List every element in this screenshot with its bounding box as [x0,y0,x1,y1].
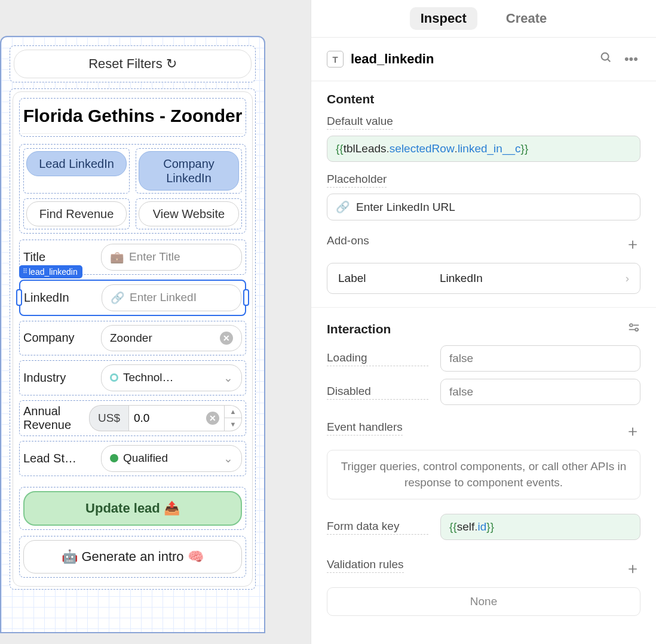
chevron-down-icon: ⌄ [223,371,233,385]
inspector-panel: Inspect Create T lead_linkedin ••• Conte… [311,0,656,644]
canvas-frame[interactable]: Reset Filters ↻ Florida Gethins - Zoonde… [0,36,265,633]
stepper-down-icon[interactable]: ▼ [225,418,241,431]
row-lead-status-label: Lead St… [23,452,95,465]
lead-card-wrap: Florida Gethins - Zoonder Lead LinkedIn … [10,88,256,590]
section-interaction-header: Interaction [327,322,391,336]
resize-handle-right[interactable] [243,289,249,306]
search-icon[interactable] [597,48,615,70]
svg-point-0 [602,53,609,60]
lead-status-select[interactable]: Qualified ⌄ [101,445,242,472]
svg-line-1 [608,59,610,62]
button-grid: Lead LinkedIn Company LinkedIn Find Reve… [19,144,246,234]
svg-point-2 [630,324,633,327]
text-input-type-icon: T [327,51,344,68]
row-industry[interactable]: Industry Technol… ⌄ [19,360,246,395]
row-company-label: Company [23,331,95,345]
lead-card: Florida Gethins - Zoonder Lead LinkedIn … [13,91,253,587]
industry-value: Technol… [123,371,174,384]
view-website-button[interactable]: View Website [139,201,239,226]
event-handlers-hint: Trigger queries, control components, or … [327,450,640,499]
disabled-input[interactable]: false [440,379,640,405]
inspector-tabs: Inspect Create [311,0,656,38]
row-lead-status[interactable]: Lead St… Qualified ⌄ [19,441,246,476]
drag-grip-icon: ⠿ [23,268,26,275]
form-data-key-input[interactable]: {{ self.id }} [440,514,640,540]
settings-icon[interactable] [627,321,640,337]
inspector-header: T lead_linkedin ••• [311,38,656,81]
find-revenue-button[interactable]: Find Revenue [26,201,127,226]
selection-tag-label: lead_linkedin [29,267,78,277]
default-value-input[interactable]: {{tblLeads.selectedRow.linked_in__c}} [327,136,640,162]
stepper-up-icon[interactable]: ▲ [225,406,241,419]
generate-intro-button[interactable]: 🤖 Generate an intro 🧠 [23,540,242,574]
loading-input[interactable]: false [440,345,640,372]
chevron-down-icon: ⌄ [223,452,233,465]
tab-inspect[interactable]: Inspect [410,7,477,30]
tab-create[interactable]: Create [495,7,557,30]
company-value: Zoonder [110,332,152,345]
svg-point-5 [635,328,638,331]
linkedin-input[interactable]: 🔗 Enter LinkedI [102,284,241,311]
industry-select[interactable]: Technol… ⌄ [101,364,242,391]
placeholder-label: Placeholder [327,173,387,188]
update-lead-button[interactable]: Update lead 📤 [23,491,242,526]
form-data-key-label: Form data key [327,520,428,535]
lead-status-value: Qualified [123,452,168,465]
loading-label: Loading [327,351,428,366]
validation-rules-label: Validation rules [327,558,404,573]
addons-label: Add-ons [327,234,369,249]
section-interaction: Interaction Loading false Disabled false… [311,310,656,627]
link-icon: 🔗 [111,291,125,305]
row-company[interactable]: Company Zoonder ✕ [19,321,246,355]
row-annual-label: Annual Revenue [23,404,83,432]
currency-prefix: US$ [89,405,128,431]
row-title-label: Title [23,250,95,264]
selection-tag[interactable]: ⠿ lead_linkedin [19,265,82,278]
add-event-handler-button[interactable]: ＋ [625,421,640,441]
addon-key: Label [338,272,428,285]
title-input[interactable]: 💼 Enter Title [101,244,242,271]
row-linkedin[interactable]: ⠿ lead_linkedin LinkedIn 🔗 Enter LinkedI [19,280,246,316]
add-validation-button[interactable]: ＋ [625,558,640,579]
company-linkedin-button[interactable]: Company LinkedIn [139,151,239,191]
card-title-wrap: Florida Gethins - Zoonder [19,98,246,137]
clear-icon[interactable]: ✕ [206,412,219,425]
addon-value: LinkedIn [440,272,483,285]
clear-icon[interactable]: ✕ [220,332,233,345]
placeholder-input[interactable]: 🔗 Enter LinkedIn URL [327,194,640,220]
addon-label-row[interactable]: Label LinkedIn › [327,263,640,294]
add-addon-button[interactable]: ＋ [625,234,640,254]
title-placeholder: Enter Title [129,250,180,263]
disabled-label: Disabled [327,385,428,400]
resize-handle-left[interactable] [16,289,22,306]
annual-value: 0.0 [134,412,149,425]
more-icon[interactable]: ••• [622,49,640,69]
validation-none: None [327,587,640,616]
section-content: Content Default value {{tblLeads.selecte… [311,81,656,305]
default-value-label: Default value [327,115,393,130]
number-stepper[interactable]: ▲ ▼ [225,405,242,431]
section-content-header: Content [327,92,640,106]
industry-dot-icon [110,373,118,382]
company-input[interactable]: Zoonder ✕ [101,325,242,351]
briefcase-icon: 💼 [110,250,124,264]
annual-revenue-input[interactable]: US$ 0.0 ✕ ▲ ▼ [89,405,242,431]
row-industry-label: Industry [23,371,95,385]
row-linkedin-label: LinkedIn [24,291,96,305]
link-icon: 🔗 [336,200,350,214]
placeholder-value: Enter LinkedIn URL [356,201,455,214]
reset-filters-wrap: Reset Filters ↻ [10,45,256,82]
chevron-right-icon: › [626,272,629,285]
canvas-panel: Reset Filters ↻ Florida Gethins - Zoonde… [0,0,311,644]
linkedin-placeholder: Enter LinkedI [130,291,197,304]
reset-filters-button[interactable]: Reset Filters ↻ [14,50,252,78]
status-dot-icon [110,454,118,462]
card-title: Florida Gethins - Zoonder [22,101,243,134]
event-handlers-label: Event handlers [327,421,403,436]
lead-linkedin-button[interactable]: Lead LinkedIn [26,151,127,176]
component-name[interactable]: lead_linkedin [351,51,590,67]
row-annual-revenue[interactable]: Annual Revenue US$ 0.0 ✕ ▲ [19,400,246,436]
